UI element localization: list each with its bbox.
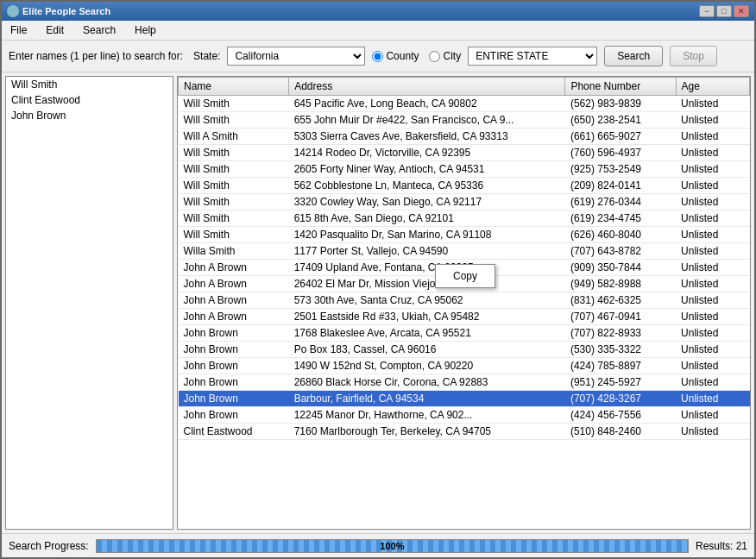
stop-button[interactable]: Stop (670, 46, 717, 66)
cell-address: 26860 Black Horse Cir, Corona, CA 92883 (289, 374, 565, 391)
cell-name: Will Smith (179, 194, 289, 210)
name-item-2[interactable]: John Brown (6, 108, 173, 123)
col-header-address: Address (289, 78, 565, 96)
search-button[interactable]: Search (604, 46, 663, 66)
cell-address: 1490 W 152nd St, Compton, CA 90220 (289, 358, 565, 374)
results-count: Results: 21 (696, 540, 747, 552)
progress-percent: 100% (380, 541, 404, 551)
cell-name: John A Brown (179, 309, 289, 325)
menu-bar: File Edit Search Help (2, 21, 754, 41)
app-icon (7, 5, 19, 17)
cell-address: 17409 Upland Ave, Fontana, CA 92335 (289, 260, 565, 276)
name-item-0[interactable]: Will Smith (6, 77, 173, 92)
table-header-row: Name Address Phone Number Age (179, 78, 750, 96)
menu-edit[interactable]: Edit (41, 22, 69, 38)
cell-phone: (619) 276-0344 (565, 194, 676, 210)
search-label: Enter names (1 per line) to search for: (9, 50, 183, 62)
cell-phone: (619) 234-4745 (565, 210, 676, 227)
cell-phone: (661) 665-9027 (565, 129, 676, 145)
context-menu: Copy (435, 264, 495, 288)
cell-age: Unlisted (676, 145, 749, 161)
table-row[interactable]: John Brown Po Box 183, Cassel, CA 96016 … (179, 342, 750, 358)
table-row[interactable]: John Brown 1490 W 152nd St, Compton, CA … (179, 358, 750, 374)
table-row[interactable]: Will Smith 615 8th Ave, San Diego, CA 92… (179, 210, 750, 227)
cell-name: Will Smith (179, 145, 289, 161)
cell-phone: (707) 428-3267 (565, 391, 676, 407)
cell-address: 7160 Marlborough Ter, Berkeley, CA 94705 (289, 424, 565, 440)
cell-age: Unlisted (676, 112, 749, 129)
table-row[interactable]: Will Smith 1420 Pasqualito Dr, San Marin… (179, 227, 750, 243)
table-row[interactable]: John A Brown 573 30th Ave, Santa Cruz, C… (179, 292, 750, 309)
cell-age: Unlisted (676, 194, 749, 210)
table-row[interactable]: John Brown 26860 Black Horse Cir, Corona… (179, 374, 750, 391)
menu-search[interactable]: Search (78, 22, 121, 38)
progress-bar-container: 100% (96, 539, 689, 553)
cell-address: 5303 Sierra Caves Ave, Bakersfield, CA 9… (289, 129, 565, 145)
city-radio[interactable] (429, 51, 440, 62)
context-menu-copy[interactable]: Copy (436, 267, 495, 286)
table-row[interactable]: John A Brown 2501 Eastside Rd #33, Ukiah… (179, 309, 750, 325)
cell-age: Unlisted (676, 243, 749, 260)
cell-name: Will Smith (179, 178, 289, 194)
table-row[interactable]: John Brown 1768 Blakeslee Ave, Arcata, C… (179, 325, 750, 342)
close-button[interactable]: ✕ (734, 5, 749, 17)
scope-radio-group: County City (372, 50, 461, 62)
cell-name: Will Smith (179, 96, 289, 112)
cell-age: Unlisted (676, 424, 749, 440)
table-row[interactable]: Willa Smith 1177 Porter St, Vallejo, CA … (179, 243, 750, 260)
cell-address: 1768 Blakeslee Ave, Arcata, CA 95521 (289, 325, 565, 342)
name-item-1[interactable]: Clint Eastwood (6, 92, 173, 108)
cell-name: John Brown (179, 407, 289, 424)
table-row[interactable]: Will Smith 645 Pacific Ave, Long Beach, … (179, 96, 750, 112)
county-radio-label[interactable]: County (372, 50, 419, 62)
table-row[interactable]: John Brown Barbour, Fairfield, CA 94534 … (179, 391, 750, 407)
cell-name: John Brown (179, 325, 289, 342)
cell-address: 2501 Eastside Rd #33, Ukiah, CA 95482 (289, 309, 565, 325)
cell-age: Unlisted (676, 260, 749, 276)
minimize-button[interactable]: − (699, 5, 715, 17)
cell-phone: (562) 983-9839 (565, 96, 676, 112)
table-row[interactable]: Will Smith 562 Cobblestone Ln, Manteca, … (179, 178, 750, 194)
cell-age: Unlisted (676, 325, 749, 342)
table-row[interactable]: Will Smith 655 John Muir Dr #e422, San F… (179, 112, 750, 129)
city-radio-label[interactable]: City (429, 50, 461, 62)
county-select[interactable]: ENTIRE STATE (468, 47, 597, 66)
cell-name: Clint Eastwood (179, 424, 289, 440)
cell-address: 1177 Porter St, Vallejo, CA 94590 (289, 243, 565, 260)
table-row[interactable]: Will Smith 2605 Forty Niner Way, Antioch… (179, 161, 750, 178)
col-header-age: Age (676, 78, 749, 96)
maximize-button[interactable]: □ (716, 5, 732, 17)
state-select[interactable]: California (227, 47, 365, 66)
menu-help[interactable]: Help (129, 22, 161, 38)
state-label: State: (193, 50, 220, 62)
cell-name: John Brown (179, 342, 289, 358)
col-header-phone: Phone Number (565, 78, 676, 96)
county-radio[interactable] (372, 51, 383, 62)
table-row[interactable]: Will Smith 14214 Rodeo Dr, Victorville, … (179, 145, 750, 161)
cell-address: 562 Cobblestone Ln, Manteca, CA 95336 (289, 178, 565, 194)
cell-address: 2605 Forty Niner Way, Antioch, CA 94531 (289, 161, 565, 178)
cell-phone: (424) 456-7556 (565, 407, 676, 424)
table-row[interactable]: Will A Smith 5303 Sierra Caves Ave, Bake… (179, 129, 750, 145)
table-row[interactable]: Will Smith 3320 Cowley Way, San Diego, C… (179, 194, 750, 210)
cell-age: Unlisted (676, 210, 749, 227)
cell-age: Unlisted (676, 276, 749, 292)
status-bar: Search Progress: 100% Results: 21 (2, 533, 754, 557)
names-panel[interactable]: Will Smith Clint Eastwood John Brown (5, 76, 173, 530)
cell-address: 645 Pacific Ave, Long Beach, CA 90802 (289, 96, 565, 112)
cell-phone: (909) 350-7844 (565, 260, 676, 276)
progress-label: Search Progress: (9, 540, 89, 552)
results-panel[interactable]: Name Address Phone Number Age Will Smith… (177, 76, 751, 530)
cell-phone: (831) 462-6325 (565, 292, 676, 309)
cell-name: John A Brown (179, 292, 289, 309)
cell-age: Unlisted (676, 358, 749, 374)
cell-phone: (707) 822-8933 (565, 325, 676, 342)
cell-age: Unlisted (676, 309, 749, 325)
table-row[interactable]: John Brown 12245 Manor Dr, Hawthorne, CA… (179, 407, 750, 424)
table-row[interactable]: Clint Eastwood 7160 Marlborough Ter, Ber… (179, 424, 750, 440)
title-controls: − □ ✕ (699, 5, 749, 17)
toolbar: Enter names (1 per line) to search for: … (2, 41, 754, 72)
cell-phone: (530) 335-3322 (565, 342, 676, 358)
cell-address: 14214 Rodeo Dr, Victorville, CA 92395 (289, 145, 565, 161)
menu-file[interactable]: File (5, 22, 32, 38)
